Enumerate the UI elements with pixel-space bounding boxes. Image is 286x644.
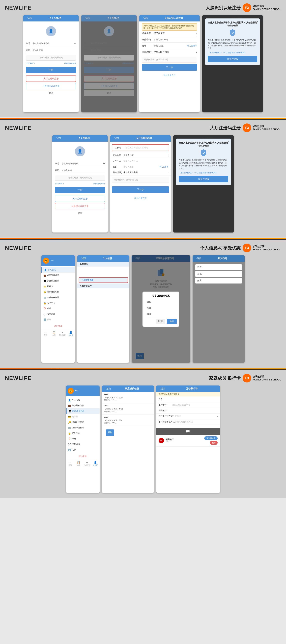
- phone3-submit-btn[interactable]: 下一步: [142, 64, 197, 70]
- s2-phone2-back[interactable]: 〈返回: [113, 137, 119, 140]
- school-name-4: 埃孚歆学院FAMILY OFFICE SCHOOL: [253, 375, 281, 381]
- s4-set-default-btn[interactable]: 设为默认卡: [204, 436, 218, 440]
- nav-tax-label: 办税: [52, 334, 56, 336]
- phone2-password-input[interactable]: [91, 49, 134, 52]
- s4-logout[interactable]: 退出登录: [66, 454, 100, 459]
- s4-sidebar-help[interactable]: ❓ 帮助: [66, 436, 100, 442]
- s3-disability-opt-2[interactable]: 烈属: [195, 271, 242, 277]
- s2-phone1-cancel[interactable]: 取消: [55, 210, 105, 216]
- section2-header: NEWLIFE 大厅注册码注册 FO 埃孚歆学院FAMILY OFFICE SC…: [5, 124, 281, 132]
- s4-nav-tax[interactable]: 📋 办税: [74, 460, 83, 467]
- sidebar-item-help[interactable]: ❓ 帮助: [41, 306, 75, 311]
- s3-nav-tax[interactable]: 📋 办税: [50, 330, 58, 337]
- s4-sidebar-bank[interactable]: 💳 银行卡: [66, 414, 100, 420]
- phone1-back[interactable]: 〈返回: [26, 17, 32, 20]
- phone3-rare-char-link[interactable]: 录入生僻字: [187, 44, 197, 47]
- s3-disability-opt-3[interactable]: 孤寡: [195, 278, 242, 284]
- sidebar-item-security[interactable]: 🔒 安全中心: [41, 300, 75, 306]
- s4-sidebar-family[interactable]: 👨‍👩‍👧 家庭成员信息: [66, 408, 100, 414]
- phone1-forget-link[interactable]: 忘记密码？: [26, 62, 35, 65]
- s4-nav-profile[interactable]: 👤 大人民: [91, 460, 100, 467]
- s2-phone1-forget[interactable]: 忘记密码？: [55, 182, 64, 185]
- s2-phone1-account-input[interactable]: [62, 162, 103, 165]
- s4-family-back[interactable]: 〈返回: [104, 387, 111, 390]
- s3-dialog-opt-3[interactable]: 孤寡: [145, 311, 177, 317]
- sidebar-item-about[interactable]: ℹ️ 关于: [41, 317, 75, 322]
- s2-phone2-submit[interactable]: 下一步: [112, 186, 169, 193]
- sidebar-label-help: 帮助: [47, 307, 51, 310]
- phone1-cancel-btn[interactable]: 取消: [26, 90, 76, 96]
- sidebar-item-my-tax[interactable]: 🔑 我的办税权限: [41, 289, 75, 295]
- s3-disability-back[interactable]: 〈返回: [195, 257, 202, 260]
- s2-phone2-other-ways[interactable]: 其他注册方式: [110, 195, 171, 200]
- s2-phone2-slide[interactable]: 请按住滑块，拖动到最右边: [112, 177, 169, 183]
- s2-phone3-confirm-btn[interactable]: 同意并继续: [179, 176, 228, 182]
- s4-bank-phone-input[interactable]: 请输入您的手机号码: [175, 420, 218, 424]
- s2-phone1-facerecog[interactable]: 人脸识别认证注册: [55, 203, 105, 209]
- s3-dialog-confirm[interactable]: 确定: [167, 319, 177, 324]
- phone1-register-btn[interactable]: 注册: [26, 67, 76, 73]
- phone2-account-input[interactable]: [91, 42, 134, 44]
- s2-phone1-retrieve[interactable]: 找回密码/密码: [93, 182, 105, 185]
- s2-phone1-slide[interactable]: 请按住滑块，拖动到最右边: [55, 175, 105, 181]
- s3-dialog-opt-1[interactable]: 残疾: [145, 299, 177, 305]
- phone1-password-input[interactable]: [33, 49, 76, 52]
- sidebar-item-consult[interactable]: 💬 我要咨询: [41, 311, 75, 317]
- s2-phone3-modal-links[interactable]: 《用户注册协议》《个人信息及隐私保护政策》: [179, 172, 228, 174]
- s4-bank-cardnum-input[interactable]: 请输入您的银行卡号: [172, 404, 218, 406]
- s3-logout[interactable]: 退出登录: [41, 324, 75, 329]
- s4-delete-btn[interactable]: 删除: [210, 441, 218, 445]
- s2-phone1-register[interactable]: 注册: [55, 187, 105, 193]
- phone3-name-input[interactable]: [154, 44, 187, 47]
- s2-phone2-cert-num-input[interactable]: 请输入证件号码: [124, 160, 168, 162]
- phone1-account-input[interactable]: [33, 42, 74, 44]
- phone3-cert-num-input[interactable]: [154, 38, 197, 41]
- s3-info-back[interactable]: 〈返回: [80, 257, 86, 260]
- s2-phone1-hallcode[interactable]: 大厅注册码注册: [55, 196, 105, 202]
- s3-dialog-opt-2[interactable]: 烈属: [145, 305, 177, 311]
- s4-family-member-1[interactable]: **** （与本人的关系：配偶） 证件号：****...: [102, 403, 154, 415]
- sidebar-item-corp-tax[interactable]: 🏢 企业办税权限: [41, 295, 75, 300]
- s4-bank-province-input[interactable]: 请选择: [175, 415, 217, 418]
- s4-sidebar-consult[interactable]: 💬 我要咨询: [66, 442, 100, 447]
- s4-sidebar-security[interactable]: 🔒 安全中心: [66, 430, 100, 436]
- s4-bank-back[interactable]: 〈返回: [159, 387, 165, 390]
- phone4-confirm-btn[interactable]: 同意并继续: [208, 56, 257, 62]
- phone4-modal-close[interactable]: ✕: [256, 20, 258, 23]
- s4-sidebar-employment[interactable]: 💼 任职受雇信息: [66, 403, 100, 408]
- s2-phone2-name-input[interactable]: 请输入姓名: [124, 166, 159, 168]
- s2-phone2-rare-char[interactable]: 录入生僻字: [159, 166, 168, 168]
- s4-nav-home[interactable]: ⌂ 首页: [66, 460, 74, 467]
- phone1-facerecog-btn[interactable]: 人脸识别认证注册: [26, 83, 76, 89]
- sidebar-item-family[interactable]: 👨‍👩‍👧 家庭成员信息: [41, 278, 75, 284]
- s4-sidebar-my-tax[interactable]: 🔑 我的办税权限: [66, 420, 100, 425]
- phone3-other-ways[interactable]: 其他注册方式: [142, 72, 197, 77]
- s3-nav-welfare[interactable]: ❤ 我的应税: [58, 330, 66, 337]
- sidebar-item-employment[interactable]: 💼 任职受雇信息: [41, 272, 75, 278]
- s4-sidebar-about[interactable]: ℹ️ 关于: [66, 447, 100, 452]
- s2-phone2-regcode-input[interactable]: 请在大厅办税机具上扫码: [126, 146, 166, 149]
- s3-benefit-header[interactable]: 可享税收优惠: [79, 277, 128, 283]
- s3-dialog-cancel[interactable]: 取消: [156, 319, 165, 324]
- s4-family-member-2[interactable]: **** （与本人的关系：子） 证件号：****...: [102, 415, 154, 426]
- s4-family-add-btn[interactable]: 添加: [106, 430, 114, 436]
- s4-sidebar-corp[interactable]: 🏢 企业办税权限: [66, 425, 100, 430]
- s3-nav-home[interactable]: ⌂ 首页: [41, 330, 50, 337]
- sidebar-item-personal-info[interactable]: 👤 个人信息: [41, 267, 75, 272]
- s2-phone3-modal-close[interactable]: ✕: [227, 140, 229, 143]
- s4-family-member-0[interactable]: **** （与本人的关系：父亲） 证件号：****...: [102, 392, 154, 403]
- s3-nav-profile[interactable]: 👤 大人民: [66, 330, 75, 337]
- phone1-retrieve-link[interactable]: 找回密码/密码: [64, 62, 76, 65]
- s2-phone1-password-input[interactable]: [62, 169, 105, 172]
- s2-phone1-back[interactable]: 〈返回: [55, 137, 61, 140]
- s4-sidebar-personal[interactable]: 👤 个人信息: [66, 397, 100, 403]
- phone4-modal-links[interactable]: 《用户注册协议》《个人信息及隐私保护政策》: [208, 51, 257, 54]
- phone1-hallcode-btn[interactable]: 大厅注册码注册: [26, 76, 76, 82]
- phone2-back[interactable]: 〈返回: [84, 17, 90, 20]
- s4-nav-welfare[interactable]: ❤ 我的应税: [83, 460, 91, 467]
- sidebar-item-bank[interactable]: 💳 银行卡: [41, 284, 75, 289]
- phone3-slide[interactable]: 请按住滑块，拖动到最右边: [142, 57, 197, 62]
- phone3-back[interactable]: 〈返回: [142, 17, 148, 20]
- phone1-slide[interactable]: 请按住滑块，拖动到最右边: [26, 55, 76, 60]
- s3-disability-opt-1[interactable]: 残疾: [195, 264, 242, 270]
